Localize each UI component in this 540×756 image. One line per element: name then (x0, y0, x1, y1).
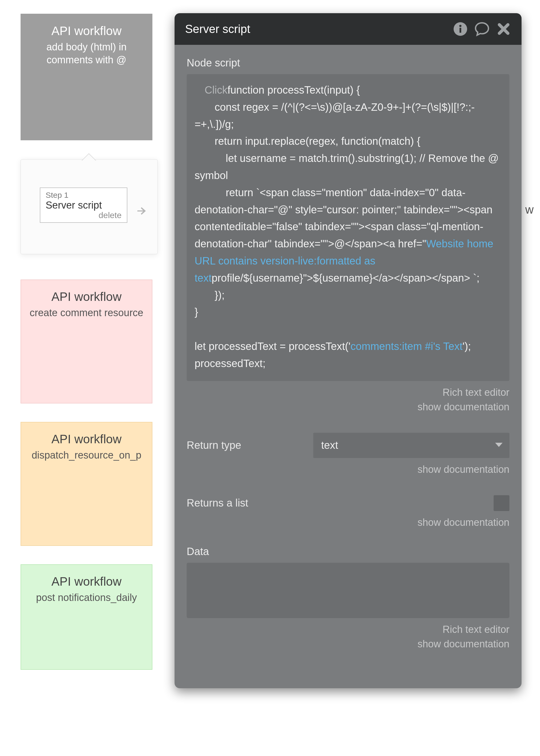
code-text: return input.replace(regex, function(mat… (214, 135, 420, 147)
rich-text-editor-link[interactable]: Rich text editor (443, 387, 509, 398)
comment-icon[interactable] (474, 22, 489, 36)
chevron-down-icon (495, 443, 502, 447)
panel-title: Server script (185, 22, 446, 36)
step-panel: Step 1 Server script delete (21, 159, 158, 254)
rich-text-editor-link[interactable]: Rich text editor (443, 624, 509, 635)
workflow-block-pink[interactable]: API workflow create comment resource (21, 280, 152, 404)
workflow-subtitle: dispatch_resource_on_p (21, 449, 152, 462)
return-type-select[interactable]: text (313, 433, 509, 458)
code-text: } (195, 306, 198, 318)
panel-header: Server script (175, 13, 521, 45)
show-documentation-link[interactable]: show documentation (417, 638, 509, 650)
node-script-label: Node script (187, 57, 509, 69)
step-pointer-icon (81, 153, 96, 161)
truncated-text: w (525, 203, 534, 216)
workflow-title: API workflow (29, 290, 144, 304)
dynamic-expression[interactable]: comments:item #i's Text (350, 340, 463, 352)
code-text: '); (463, 340, 471, 352)
step-name: Server script (46, 199, 122, 211)
workflow-title: API workflow (29, 24, 144, 38)
workflow-title: API workflow (21, 432, 152, 446)
code-text: let processedText = processText(' (195, 340, 350, 352)
node-script-editor[interactable]: Clickfunction processText(input) { const… (187, 74, 509, 381)
return-type-value: text (321, 439, 338, 451)
code-text: let username = match.trim().substring(1)… (195, 152, 499, 181)
svg-rect-1 (460, 28, 462, 33)
returns-list-label: Returns a list (187, 497, 313, 509)
code-text: function processText(input) { (227, 84, 360, 96)
workflow-block-orange[interactable]: API workflow dispatch_resource_on_p (21, 422, 152, 546)
data-editor[interactable] (187, 563, 509, 618)
workflow-block-green[interactable]: API workflow post notifications_daily (21, 564, 152, 670)
workflow-title: API workflow (29, 574, 144, 588)
returns-list-checkbox[interactable] (493, 495, 509, 511)
data-label: Data (187, 546, 509, 558)
return-type-label: Return type (187, 439, 313, 451)
code-text: }); (214, 289, 225, 301)
property-panel: Server script Node script Clickfunction … (175, 13, 521, 688)
code-text: processedText; (195, 358, 266, 369)
step-delete-link[interactable]: delete (46, 210, 122, 220)
editor-hint: Click (204, 84, 227, 96)
workflow-subtitle: add body (html) in comments with @ (29, 41, 144, 67)
code-text: const regex = /(^|(?<=\s))@[a-zA-Z0-9+-]… (195, 101, 474, 130)
svg-point-2 (459, 25, 462, 27)
show-documentation-link[interactable]: show documentation (417, 401, 509, 413)
code-text: profile/${username}">${username}</a></sp… (211, 272, 479, 284)
show-documentation-link[interactable]: show documentation (417, 517, 509, 528)
workflow-subtitle: create comment resource (29, 307, 144, 319)
step-card[interactable]: Step 1 Server script delete (40, 188, 127, 223)
show-documentation-link[interactable]: show documentation (417, 464, 509, 475)
close-icon[interactable] (496, 22, 511, 36)
info-icon[interactable] (453, 22, 468, 36)
workflow-subtitle: post notifications_daily (29, 591, 144, 604)
step-number: Step 1 (46, 190, 122, 199)
workflow-block-active[interactable]: API workflow add body (html) in comments… (21, 14, 152, 140)
next-step-arrow-icon[interactable] (135, 202, 148, 221)
